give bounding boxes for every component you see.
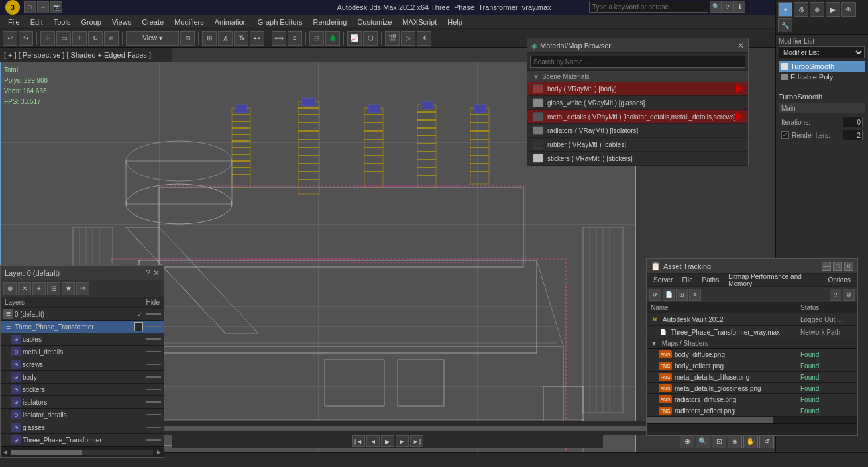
toolbar-curve-editor[interactable]: 📈: [347, 31, 362, 46]
layer-row-isolator-details[interactable]: ⊙ isolator_details: [1, 409, 164, 421]
modifier-dropdown[interactable]: Modifier List: [779, 46, 865, 58]
toolbar-percent-snap[interactable]: %: [234, 31, 248, 46]
layer-row-cables[interactable]: ⊙ cables: [1, 333, 164, 346]
prop-render-iters-input[interactable]: [843, 130, 863, 140]
toolbar-angle-snap[interactable]: ∡: [218, 31, 233, 46]
toolbar-move[interactable]: ✛: [72, 31, 87, 46]
menu-help[interactable]: Help: [442, 17, 468, 27]
menu-create[interactable]: Create: [136, 17, 169, 27]
prop-render-iters-checkbox[interactable]: ✓: [781, 131, 789, 139]
title-icon-3[interactable]: 📷: [50, 1, 62, 13]
asset-tracking-maximize-btn[interactable]: □: [833, 262, 842, 271]
title-icon-2[interactable]: ↔: [37, 1, 49, 13]
toolbar-align[interactable]: ≡: [288, 31, 302, 46]
layers-close-btn[interactable]: ✕: [153, 268, 160, 278]
at-tool-3[interactable]: ⊞: [676, 289, 688, 301]
toolbar-render-setup[interactable]: 🎬: [385, 31, 400, 46]
layer-row-metail[interactable]: ⊙ metail_details: [1, 346, 164, 358]
main-search-input[interactable]: [589, 1, 708, 13]
at-row-metal-diffuse[interactable]: PNG metal_details_diffuse.png Found: [647, 372, 857, 383]
at-row-metal-gloss[interactable]: PNG metal_details_glossiness.png Found: [647, 383, 857, 394]
at-row-rad-diffuse[interactable]: PNG radiators_diffuse.png Found: [647, 394, 857, 405]
at-tool-settings[interactable]: ⚙: [843, 289, 855, 301]
at-tool-4[interactable]: ≡: [689, 289, 701, 301]
layers-select-objects-btn[interactable]: ⊟: [47, 282, 60, 295]
layers-scroll-right-btn[interactable]: ►: [156, 448, 162, 456]
toolbar-render[interactable]: ▷: [401, 31, 415, 46]
at-tool-1[interactable]: ⟳: [649, 289, 661, 301]
material-search-input[interactable]: [530, 56, 745, 68]
material-item-body[interactable]: body ( VRayMtl ) [body]: [527, 82, 748, 96]
material-item-glass[interactable]: glass_white ( VRayMtl ) [glasses]: [527, 96, 748, 110]
pb-play-btn[interactable]: ▶: [381, 435, 394, 447]
layers-new-btn[interactable]: ⊕: [3, 282, 17, 295]
menu-file[interactable]: File: [3, 17, 25, 27]
toolbar-ref-coord[interactable]: View ▾: [126, 31, 179, 46]
nav-orbit-btn[interactable]: ↺: [759, 434, 774, 448]
menu-group[interactable]: Group: [76, 17, 107, 27]
rpanel-icon-display[interactable]: 👁: [841, 2, 856, 17]
layers-help-btn[interactable]: ?: [146, 268, 150, 278]
menu-maxscript[interactable]: MAXScript: [397, 17, 442, 27]
toolbar-select-region[interactable]: ▭: [56, 31, 71, 46]
at-row-max-file[interactable]: 📄 Three_Phase_Transformer_vray.max Netwo…: [647, 326, 857, 338]
rpanel-icon-create[interactable]: ✦: [778, 2, 792, 17]
nav-field-of-view-btn[interactable]: ◈: [728, 434, 742, 448]
menu-tools[interactable]: Tools: [48, 17, 76, 27]
pb-next-frame-btn[interactable]: ►: [396, 435, 409, 447]
material-item-stickers[interactable]: stickers ( VRayMtl ) [stickers]: [527, 152, 748, 166]
layer-row-screws[interactable]: ⊙ screws: [1, 358, 164, 371]
material-item-radiators[interactable]: radiators ( VRayMtl ) [isolators]: [527, 124, 748, 138]
menu-graph-editors[interactable]: Graph Editors: [252, 17, 308, 27]
prop-iterations-input[interactable]: [843, 117, 863, 127]
at-tool-help[interactable]: ?: [830, 289, 841, 301]
at-row-body-reflect[interactable]: PNG body_reflect.png Found: [647, 360, 857, 372]
menu-modifiers[interactable]: Modifiers: [169, 17, 209, 27]
nav-zoom-btn[interactable]: 🔍: [696, 434, 710, 448]
material-item-metal[interactable]: metal_details ( VRayMtl ) [isolator_deta…: [527, 110, 748, 124]
rpanel-icon-hierarchy[interactable]: ⊕: [810, 2, 824, 17]
nav-zoom-all-btn[interactable]: ⊡: [712, 434, 726, 448]
toolbar-activeshade[interactable]: ☀: [417, 31, 431, 46]
layer-row-tpt[interactable]: ☰ Three_Phase_Transformer: [1, 321, 164, 333]
pb-prev-frame-btn[interactable]: ◄: [366, 435, 380, 447]
toolbar-rotate[interactable]: ↻: [88, 31, 103, 46]
pb-end-btn[interactable]: ►|: [410, 435, 423, 447]
at-menu-server[interactable]: Server: [649, 276, 677, 284]
toolbar-snap-toggle[interactable]: ⊞: [202, 31, 217, 46]
at-row-vault[interactable]: 🏛 Autodesk Vault 2012 Logged Out ...: [647, 313, 857, 326]
pb-start-btn[interactable]: |◄: [352, 435, 365, 447]
material-browser-close-btn[interactable]: ✕: [737, 41, 744, 50]
toolbar-layer-mgr[interactable]: ⊟: [309, 31, 324, 46]
at-menu-options[interactable]: Options: [824, 276, 855, 284]
menu-rendering[interactable]: Rendering: [308, 17, 353, 27]
modifier-editablepoly[interactable]: Editable Poly: [779, 72, 865, 82]
at-maps-section[interactable]: ▼ Maps / Shaders: [647, 338, 857, 349]
at-row-rad-reflect[interactable]: PNG radiators_reflect.png Found: [647, 405, 857, 417]
info-icon[interactable]: ℹ: [733, 1, 745, 13]
menu-views[interactable]: Views: [107, 17, 136, 27]
layers-merge-btn[interactable]: ⇒: [76, 282, 89, 295]
nav-pan-btn[interactable]: ✋: [743, 434, 758, 448]
search-icon[interactable]: 🔍: [710, 1, 722, 13]
title-icon-1[interactable]: □: [24, 1, 36, 13]
layer-row-isolators[interactable]: ⊙ isolators: [1, 396, 164, 409]
help-icon[interactable]: ?: [722, 1, 733, 13]
material-item-rubber[interactable]: rubber ( VRayMtl ) [cables]: [527, 138, 748, 152]
layer-row-body[interactable]: ⊙ body: [1, 371, 164, 384]
nav-zoom-region-btn[interactable]: ⊕: [680, 434, 694, 448]
toolbar-redo[interactable]: ↪: [19, 31, 33, 46]
toolbar-mirror[interactable]: ⟺: [272, 31, 286, 46]
toolbar-schematic[interactable]: ⬡: [363, 31, 378, 46]
layers-highlight-selected-btn[interactable]: ★: [62, 282, 75, 295]
layer-row-default[interactable]: ☰ 0 (default) ✓: [1, 308, 164, 321]
at-menu-paths[interactable]: Paths: [698, 276, 724, 284]
toolbar-select[interactable]: ⊹: [40, 31, 55, 46]
menu-animation[interactable]: Animation: [209, 17, 252, 27]
toolbar-undo[interactable]: ↩: [3, 31, 17, 46]
asset-tracking-minimize-btn[interactable]: —: [822, 262, 831, 271]
modifier-turbosmoothm[interactable]: TurboSmooth: [779, 61, 865, 72]
at-row-body-diffuse[interactable]: PNG body_diffuse.png Found: [647, 349, 857, 360]
toolbar-pivot[interactable]: ⊕: [180, 31, 195, 46]
toolbar-scale[interactable]: ⧈: [104, 31, 119, 46]
